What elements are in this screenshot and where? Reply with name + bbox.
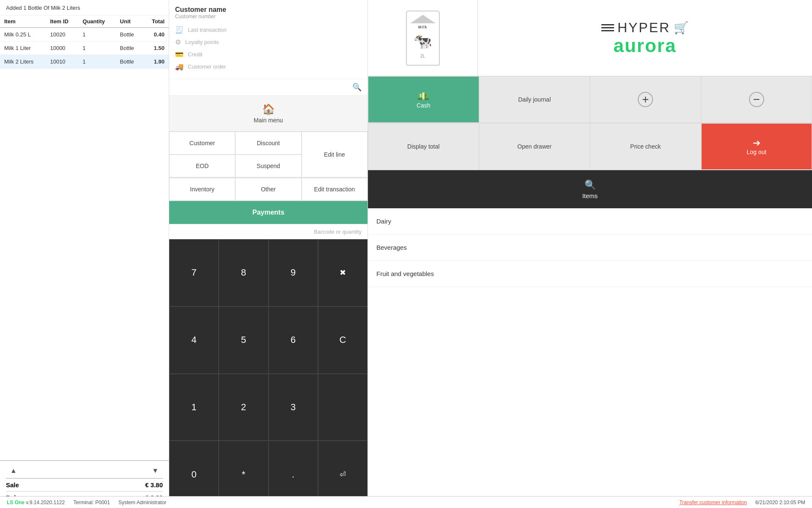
numpad-empty <box>318 374 368 441</box>
numpad-key-9[interactable]: 9 <box>269 239 318 306</box>
items-button[interactable]: 🔍 Items <box>368 170 812 208</box>
display-total-button[interactable]: Display total <box>368 123 479 170</box>
terminal-info: Terminal: P0001 <box>73 500 110 505</box>
cell-unit: Bottle <box>116 41 143 55</box>
cell-total: 1.90 <box>143 55 169 69</box>
menu-item-label: Credit <box>188 51 203 58</box>
category-list: DairyBeveragesFruit and vegetables <box>368 208 812 508</box>
terminal-label: Terminal: <box>73 500 94 505</box>
logo-line-1 <box>601 24 614 25</box>
cell-qty: 1 <box>78 28 115 41</box>
scroll-up-button[interactable]: ▲ <box>10 467 17 475</box>
logo-line-2 <box>601 27 614 28</box>
cell-item: Milk 2 Liters <box>0 55 46 69</box>
discount-button[interactable]: Discount <box>235 132 301 155</box>
milk-brand-text: Milk <box>418 25 428 29</box>
scroll-down-button[interactable]: ▼ <box>152 467 159 475</box>
main-menu-button[interactable]: 🏠 Main menu <box>169 96 368 132</box>
customer-menu-item[interactable]: 💳Credit <box>175 48 362 61</box>
numpad-key-8[interactable]: 8 <box>219 239 268 306</box>
customer-number: Customer number <box>175 14 362 19</box>
cell-id: 10020 <box>46 28 78 41</box>
status-left: LS One v.9.14.2020.1122 Terminal: P0001 … <box>7 500 166 505</box>
numpad-key-2[interactable]: 2 <box>219 374 268 441</box>
action-grid: Customer Discount Edit line EOD Suspend <box>169 132 368 178</box>
right-buttons-row1: 💵CashDaily journal+− <box>368 76 812 123</box>
barcode-placeholder: Barcode or quantity <box>314 229 362 235</box>
payments-button[interactable]: Payments <box>169 201 368 224</box>
milk-sub-text: 2L <box>420 54 425 58</box>
cell-qty: 1 <box>78 41 115 55</box>
price-check-button-2[interactable]: Price check <box>590 123 701 170</box>
cell-item: Milk 0.25 L <box>0 28 46 41</box>
plus-icon: + <box>638 92 653 107</box>
daily-journal-button[interactable]: Daily journal <box>479 76 590 123</box>
cash-button[interactable]: 💵Cash <box>368 76 479 123</box>
sale-amount: € 3.80 <box>145 481 163 489</box>
table-row[interactable]: Milk 2 Liters 10010 1 Bottle 1.90 <box>0 55 169 69</box>
items-label: Items <box>582 192 598 199</box>
numpad-key-6[interactable]: 6 <box>269 306 318 374</box>
cell-unit: Bottle <box>116 55 143 69</box>
sale-label: Sale <box>6 481 19 489</box>
log-out-button[interactable]: ➔Log out <box>701 123 812 170</box>
table-row[interactable]: Milk 0.25 L 10020 1 Bottle 0.40 <box>0 28 169 41</box>
menu-item-label: Last transaction <box>188 27 227 33</box>
category-item[interactable]: Dairy <box>368 208 812 235</box>
category-item[interactable]: Beverages <box>368 235 812 261</box>
minus-button[interactable]: − <box>701 76 812 123</box>
top-bar: Added 1 Bottle Of Milk 2 Liters Item Ite… <box>0 0 812 508</box>
main-menu-label: Main menu <box>254 117 283 124</box>
home-icon: 🏠 <box>262 103 275 115</box>
right-buttons-row2: Display totalOpen drawerPrice check➔Log … <box>368 123 812 170</box>
numpad-key-5[interactable]: 5 <box>219 306 268 374</box>
edit-line-button[interactable]: Edit line <box>302 132 368 177</box>
daily-journal-label: Daily journal <box>518 96 551 103</box>
customer-menu: 🧾Last transaction⚙Loyalty points💳Credit🚚… <box>175 24 362 73</box>
datetime: 6/21/2020 2:10:05 PM <box>755 500 805 505</box>
other-button[interactable]: Other <box>235 178 301 201</box>
col-item-id: Item ID <box>46 16 78 28</box>
table-row[interactable]: Milk 1 Liter 10000 1 Bottle 1.50 <box>0 41 169 55</box>
numpad-key-7[interactable]: 7 <box>169 239 219 306</box>
col-item: Item <box>0 16 46 28</box>
eod-button[interactable]: EOD <box>169 155 235 177</box>
product-image-area: Milk 🐄 2L <box>368 0 478 76</box>
basket-icon: 🛒 <box>674 21 689 35</box>
cell-qty: 1 <box>78 55 115 69</box>
cell-total: 0.40 <box>143 28 169 41</box>
plus-button[interactable]: + <box>590 76 701 123</box>
category-item[interactable]: Fruit and vegetables <box>368 261 812 287</box>
customer-menu-item[interactable]: 🚚Customer order <box>175 61 362 73</box>
right-panel: Milk 🐄 2L HYPER <box>368 0 812 508</box>
aurora-text: aurora <box>614 36 677 56</box>
open-drawer-label: Open drawer <box>517 143 551 150</box>
numpad-key-3[interactable]: 3 <box>269 374 318 441</box>
cow-icon: 🐄 <box>413 33 432 50</box>
customer-menu-item[interactable]: ⚙Loyalty points <box>175 36 362 48</box>
numpad-key-C[interactable]: C <box>318 306 368 374</box>
suspend-button[interactable]: Suspend <box>235 155 301 177</box>
sale-row: Sale € 3.80 <box>6 479 163 491</box>
menu-item-label: Loyalty points <box>185 39 219 45</box>
cell-unit: Bottle <box>116 28 143 41</box>
inventory-button[interactable]: Inventory <box>169 178 235 201</box>
receipt-table: Item Item ID Quantity Unit Total Milk 0.… <box>0 16 169 460</box>
logo-area: HYPER 🛒 aurora <box>478 0 812 76</box>
cell-id: 10010 <box>46 55 78 69</box>
numpad-key-4[interactable]: 4 <box>169 306 219 374</box>
numpad-key-special[interactable]: ✖ <box>318 239 368 306</box>
transfer-link[interactable]: Transfer customer information <box>679 500 747 505</box>
menu-icon: ⚙ <box>175 38 181 46</box>
logo-lines <box>601 24 614 31</box>
edit-transaction-button[interactable]: Edit transaction <box>302 178 368 201</box>
numpad-key-1[interactable]: 1 <box>169 374 219 441</box>
items-search-icon: 🔍 <box>584 179 596 190</box>
customer-button[interactable]: Customer <box>169 132 235 155</box>
customer-search-icon[interactable]: 🔍 <box>352 83 362 92</box>
customer-section: Customer name Customer number 🧾Last tran… <box>169 0 368 79</box>
display-total-label: Display total <box>407 143 439 150</box>
open-drawer-button[interactable]: Open drawer <box>479 123 590 170</box>
customer-menu-item[interactable]: 🧾Last transaction <box>175 24 362 36</box>
app-version: v.9.14.2020.1122 <box>26 500 65 505</box>
